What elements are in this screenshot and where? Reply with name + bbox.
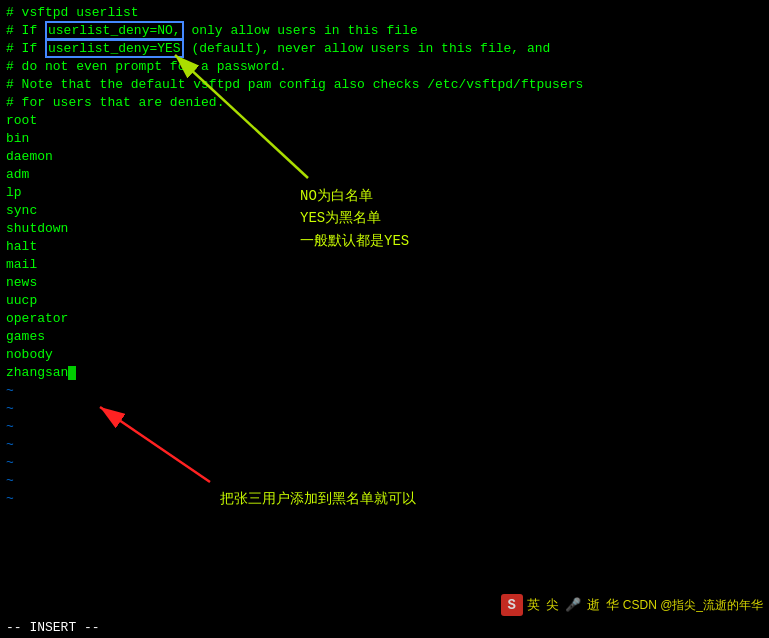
line-bin: bin (6, 130, 763, 148)
line-mail: mail (6, 256, 763, 274)
line-games: games (6, 328, 763, 346)
text-cursor (68, 366, 76, 380)
insert-mode: -- INSERT -- (6, 620, 100, 635)
line-zhangsan: zhangsan (6, 364, 763, 382)
line-nobody: nobody (6, 346, 763, 364)
wm-icon-2: 尖 (546, 596, 559, 614)
line-2: # If userlist_deny=NO, only allow users … (6, 22, 763, 40)
line-operator: operator (6, 310, 763, 328)
tilde-3: ~ (6, 418, 763, 436)
line-6: # for users that are denied. (6, 94, 763, 112)
terminal-window: # vsftpd userlist # If userlist_deny=NO,… (0, 0, 769, 638)
line-daemon: daemon (6, 148, 763, 166)
highlight-no: userlist_deny=NO, (45, 21, 184, 40)
wm-icon-mic: 🎤 (565, 597, 581, 613)
annotation-line-1: NO为白名单 (300, 185, 409, 207)
watermark: S 英 尖 🎤 逝 华 CSDN @指尖_流逝的年华 (501, 594, 763, 616)
watermark-icons: 英 尖 🎤 逝 华 (527, 596, 619, 614)
tilde-6: ~ (6, 472, 763, 490)
tilde-1: ~ (6, 382, 763, 400)
status-bar: -- INSERT -- (0, 618, 769, 638)
annotation-red: 把张三用户添加到黑名单就可以 (220, 490, 416, 508)
line-adm: adm (6, 166, 763, 184)
annotation-line-2: YES为黑名单 (300, 207, 409, 229)
watermark-label: CSDN @指尖_流逝的年华 (623, 597, 763, 614)
line-root: root (6, 112, 763, 130)
line-1: # vsftpd userlist (6, 4, 763, 22)
line-news: news (6, 274, 763, 292)
tilde-2: ~ (6, 400, 763, 418)
wm-icon-1: 英 (527, 596, 540, 614)
line-4: # do not even prompt for a password. (6, 58, 763, 76)
wm-icon-3: 逝 (587, 596, 600, 614)
line-uucp: uucp (6, 292, 763, 310)
line-3: # If userlist_deny=YES (default), never … (6, 40, 763, 58)
annotation-line-3: 一般默认都是YES (300, 230, 409, 252)
line-5: # Note that the default vsftpd pam confi… (6, 76, 763, 94)
tilde-4: ~ (6, 436, 763, 454)
annotation-green: NO为白名单 YES为黑名单 一般默认都是YES (300, 185, 409, 252)
highlight-yes: userlist_deny=YES (45, 39, 184, 58)
csdn-icon: S (501, 594, 523, 616)
wm-icon-4: 华 (606, 596, 619, 614)
tilde-5: ~ (6, 454, 763, 472)
